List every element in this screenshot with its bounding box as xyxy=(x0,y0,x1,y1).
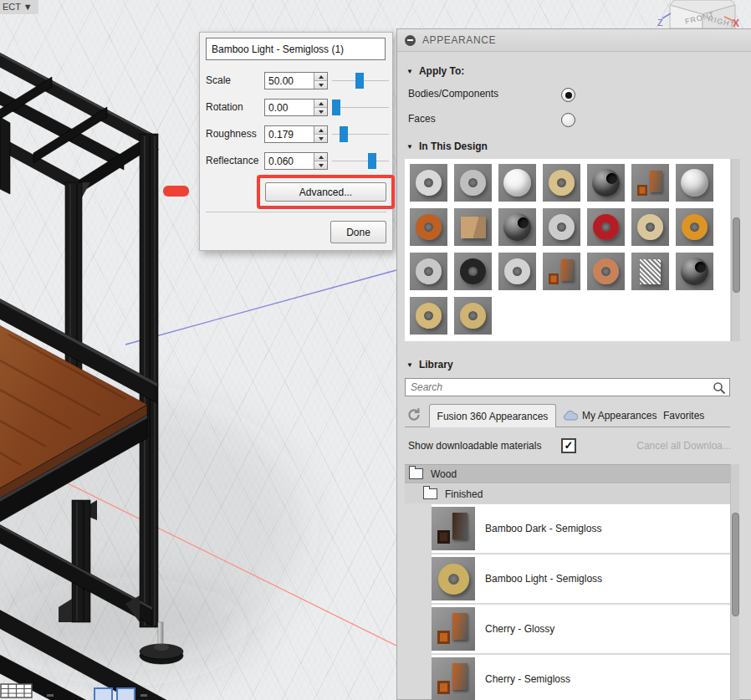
bodies-components-radio[interactable] xyxy=(561,88,575,102)
spin-down-button[interactable] xyxy=(314,107,327,115)
cancel-downloads-link[interactable]: Cancel all Downloa... xyxy=(636,440,731,452)
library-scrollbar[interactable] xyxy=(730,464,739,700)
in-design-swatch-grid xyxy=(405,159,730,341)
tree-node-wood[interactable]: Wood xyxy=(405,464,730,483)
show-downloadable-checkbox[interactable] xyxy=(561,438,576,453)
swatch-copper-torus[interactable] xyxy=(587,253,625,290)
spin-up-button[interactable] xyxy=(314,100,327,107)
material-thumbnail xyxy=(637,171,664,196)
material-thumbnail xyxy=(682,214,708,240)
spin-up-button[interactable] xyxy=(314,153,327,161)
library-item-bamboo-dark-semigloss[interactable]: Bamboo Dark - Semigloss xyxy=(405,504,730,553)
list-item[interactable]: Cherry - Semigloss xyxy=(432,655,730,700)
tab-favorites[interactable]: Favorites xyxy=(663,404,704,427)
chevron-down-icon[interactable] xyxy=(140,694,147,697)
reflectance-slider-handle[interactable] xyxy=(368,153,376,169)
list-item[interactable]: Bamboo Light - Semigloss xyxy=(432,554,730,603)
swatch-mesh-panel[interactable] xyxy=(631,253,669,290)
appearance-name-field[interactable] xyxy=(206,38,386,60)
faces-radio[interactable] xyxy=(561,113,575,127)
swatch-orange-wood-torus[interactable] xyxy=(410,208,447,246)
material-thumbnail xyxy=(503,169,531,197)
list-item[interactable]: Bamboo Dark - Semigloss xyxy=(432,504,730,553)
swatch-scrollbar[interactable] xyxy=(731,159,740,341)
scale-slider-handle[interactable] xyxy=(355,73,364,89)
swatch-gray-sphere[interactable] xyxy=(676,164,713,202)
view-cube[interactable]: FRONT RIGHT Z X xyxy=(651,0,744,28)
swatch-red-torus[interactable] xyxy=(587,208,625,246)
spin-down-button[interactable] xyxy=(314,161,327,169)
scale-stepper xyxy=(264,72,328,89)
axis-x-label: X xyxy=(733,18,739,28)
swatch-tan-torus[interactable] xyxy=(631,208,669,246)
panel-title: APPEARANCE xyxy=(422,34,496,46)
chevron-down-icon[interactable] xyxy=(47,694,54,697)
swatch-cherry-blocks-2[interactable] xyxy=(543,253,580,290)
refresh-icon[interactable] xyxy=(406,407,421,422)
rotation-slider-handle[interactable] xyxy=(332,100,340,115)
swatch-amber-torus[interactable] xyxy=(676,208,713,246)
swatch-chrome-torus[interactable] xyxy=(410,164,447,202)
swatch-bamboo-torus-3[interactable] xyxy=(454,297,492,335)
swatch-dark-gray-sphere[interactable] xyxy=(587,164,625,202)
chevron-down-icon: ▼ xyxy=(406,361,413,369)
rotation-row: Rotation xyxy=(200,99,392,117)
material-thumbnail xyxy=(592,169,620,197)
material-thumbnail xyxy=(549,170,575,196)
grid-display-icon[interactable] xyxy=(0,683,33,698)
scrollbar-thumb[interactable] xyxy=(732,513,739,616)
roughness-input[interactable] xyxy=(265,126,314,142)
search-input[interactable] xyxy=(406,379,729,396)
scale-input[interactable] xyxy=(265,73,314,89)
swatch-cherry-blocks[interactable] xyxy=(631,164,669,202)
material-thumbnail xyxy=(681,258,708,285)
reflectance-input[interactable] xyxy=(265,153,314,169)
swatch-graphite-sphere-2[interactable] xyxy=(676,253,713,290)
swatch-chrome-torus-3[interactable] xyxy=(498,253,536,290)
swatch-graphite-sphere[interactable] xyxy=(498,208,536,246)
swatch-white-sphere[interactable] xyxy=(498,164,536,202)
layout-grid-icon[interactable] xyxy=(94,687,135,700)
display-settings-bar xyxy=(0,683,176,700)
roughness-slider-handle[interactable] xyxy=(340,126,348,142)
tree-node-finished[interactable]: Finished xyxy=(405,484,730,503)
search-icon[interactable] xyxy=(713,381,726,395)
rotation-stepper xyxy=(264,99,328,116)
spin-down-button[interactable] xyxy=(314,80,327,89)
roughness-slider xyxy=(332,126,389,142)
apply-to-header[interactable]: ▼ Apply To: xyxy=(406,65,464,77)
collapse-icon[interactable] xyxy=(405,35,416,46)
swatch-chrome-torus-2[interactable] xyxy=(543,208,580,246)
list-item[interactable]: Cherry - Glossy xyxy=(432,605,730,653)
done-button[interactable]: Done xyxy=(330,221,386,243)
spin-up-button[interactable] xyxy=(314,126,327,134)
swatch-cardboard[interactable] xyxy=(454,208,492,246)
apply-bodies-row: Bodies/Components xyxy=(408,88,726,103)
select-toolbar-fragment[interactable]: ECT ▼ xyxy=(0,0,38,14)
cherry-furniture-icon xyxy=(437,663,469,695)
roughness-label: Roughness xyxy=(206,128,257,140)
in-this-design-header[interactable]: ▼ In This Design xyxy=(406,141,488,152)
material-thumbnail xyxy=(460,170,486,196)
swatch-bamboo-torus[interactable] xyxy=(543,164,580,202)
tab-my-appearances[interactable]: My Appearances xyxy=(563,404,656,427)
material-thumbnail xyxy=(504,258,530,284)
library-item-bamboo-light-semigloss[interactable]: Bamboo Light - Semigloss xyxy=(405,554,730,603)
swatch-silver-torus[interactable] xyxy=(410,253,447,290)
swatch-black-torus[interactable] xyxy=(454,253,492,290)
library-item-cherry-semigloss[interactable]: Cherry - Semigloss xyxy=(405,655,730,700)
library-item-cherry-glossy[interactable]: Cherry - Glossy xyxy=(405,605,730,653)
library-header[interactable]: ▼ Library xyxy=(406,359,453,370)
tab-fusion-appearances[interactable]: Fusion 360 Appearances xyxy=(429,404,556,427)
spin-down-button[interactable] xyxy=(314,134,327,142)
spin-up-button[interactable] xyxy=(314,73,327,80)
swatch-bamboo-torus-2[interactable] xyxy=(410,297,447,335)
show-downloadable-label: Show downloadable materials xyxy=(408,440,541,452)
material-thumbnail xyxy=(640,259,661,284)
rotation-input[interactable] xyxy=(265,100,314,115)
material-thumbnail xyxy=(681,169,708,197)
material-thumbnail xyxy=(432,607,475,651)
scrollbar-thumb[interactable] xyxy=(733,217,740,293)
swatch-steel-torus[interactable] xyxy=(454,164,492,202)
scale-row: Scale xyxy=(200,72,392,90)
